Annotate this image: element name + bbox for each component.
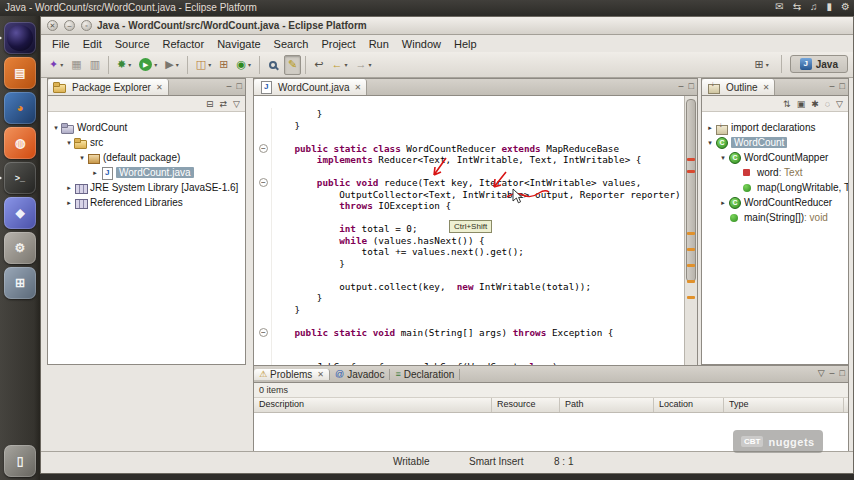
tab-outline[interactable]: Outline ✕ [702, 79, 775, 95]
code-line[interactable]: throws IOException { [254, 200, 697, 212]
new-package-icon[interactable]: ⊞ [215, 55, 232, 75]
explorer-item-jre-system-library-javase-1-6[interactable]: ▸JRE System Library [JavaSE-1.6] [48, 180, 245, 195]
launcher-workspaces-icon[interactable]: ⊞ [4, 267, 36, 299]
menu-search[interactable]: Search [268, 37, 315, 51]
code-line[interactable]: } [254, 120, 697, 132]
fold-minus-icon[interactable]: − [259, 328, 268, 337]
editor-scrollbar[interactable] [684, 96, 697, 365]
battery-icon[interactable]: ▮ [827, 1, 833, 12]
tab-declaration[interactable]: ≡Declaration [390, 369, 460, 380]
expand-arrow-icon[interactable]: ▾ [64, 139, 74, 147]
code-line[interactable]: } [254, 258, 697, 270]
code-line[interactable]: } [254, 304, 697, 316]
column-resource[interactable]: Resource [492, 398, 560, 412]
expand-arrow-icon[interactable]: ▸ [64, 184, 74, 192]
scrollbar-thumb[interactable] [686, 99, 696, 282]
maximize-view-icon[interactable]: □ [840, 368, 845, 378]
toggle-mark-occurrences-icon[interactable]: ✎ [284, 55, 301, 75]
back-icon[interactable]: ←▾ [327, 55, 351, 75]
launcher-software-center-icon[interactable]: ◆ [4, 197, 36, 229]
explorer-item-src[interactable]: ▾src [48, 135, 245, 150]
outline-item-wordcountreducer[interactable]: ▸WordCountReducer [702, 195, 848, 210]
debug-icon[interactable]: ✸▾ [113, 55, 135, 75]
launcher-ubuntu-one-icon[interactable]: ◍ [4, 127, 36, 159]
expand-arrow-icon[interactable]: ▾ [718, 154, 728, 162]
search-icon[interactable] [264, 55, 284, 75]
view-menu-icon[interactable]: ▽ [818, 368, 825, 378]
menu-file[interactable]: File [46, 37, 76, 51]
outline-item-wordcount[interactable]: ▾WordCount [702, 135, 848, 150]
java-perspective-button[interactable]: J Java [790, 55, 848, 73]
code-line[interactable]: OutputCollector<Text, IntWritable> outpu… [254, 189, 697, 201]
launcher-trash-icon[interactable]: ▯ [4, 445, 36, 477]
session-icon[interactable]: ⚙ [841, 1, 850, 12]
minimize-view-icon[interactable]: – [830, 81, 835, 91]
code-line[interactable]: total += values.next().get(); [254, 246, 697, 258]
expand-arrow-icon[interactable]: ▸ [718, 199, 728, 207]
column-description[interactable]: Description [254, 398, 492, 412]
code-line[interactable]: while (values.hasNext()) { [254, 235, 697, 247]
tab-problems[interactable]: ⚠Problems✕ [254, 369, 330, 380]
menu-edit[interactable]: Edit [77, 37, 108, 51]
close-icon[interactable]: ✕ [156, 83, 163, 92]
tab-package-explorer[interactable]: Package Explorer ✕ [48, 79, 169, 95]
close-icon[interactable]: ✕ [763, 83, 770, 92]
hide-non-public-icon[interactable]: ◌ [825, 99, 830, 109]
outline-item-main-string[interactable]: main(String[]) : void [702, 210, 848, 225]
explorer-item-wordcount[interactable]: ▾WordCount [48, 120, 245, 135]
code-line[interactable]: } [254, 108, 697, 120]
sort-icon[interactable]: ⇅ [783, 99, 791, 109]
expand-arrow-icon[interactable]: ▾ [77, 154, 87, 162]
menu-project[interactable]: Project [315, 37, 361, 51]
minimize-view-icon[interactable]: – [227, 81, 232, 91]
code-line[interactable] [254, 131, 697, 143]
tab-javadoc[interactable]: @Javadoc [330, 369, 390, 380]
hide-fields-icon[interactable]: ▣ [797, 99, 806, 109]
fold-minus-icon[interactable]: − [259, 178, 268, 187]
minimize-view-icon[interactable]: – [830, 368, 835, 378]
code-line[interactable]: − public void reduce(Text key, Iterator<… [254, 177, 697, 189]
menu-run[interactable]: Run [363, 37, 395, 51]
maximize-view-icon[interactable]: □ [840, 81, 845, 91]
open-perspective-icon[interactable]: ⊞ ▾ [751, 54, 773, 74]
explorer-item-wordcount-java[interactable]: ▸WordCount.java [48, 165, 245, 180]
code-line[interactable] [254, 350, 697, 362]
menu-window[interactable]: Window [396, 37, 447, 51]
code-line[interactable] [254, 269, 697, 281]
column-path[interactable]: Path [560, 398, 654, 412]
editor-content[interactable]: } }− public static class WordCountReduce… [254, 96, 697, 365]
expand-arrow-icon[interactable]: ▸ [705, 124, 715, 132]
maximize-view-icon[interactable]: □ [237, 81, 242, 91]
code-line[interactable]: − public static void main(String[] args)… [254, 327, 697, 339]
fold-minus-icon[interactable]: − [259, 144, 268, 153]
code-line[interactable]: output.collect(key, new IntWritable(tota… [254, 281, 697, 293]
maximize-button[interactable]: ▫ [81, 20, 92, 31]
external-tools-icon[interactable]: ▶▾ [161, 55, 182, 75]
explorer-item-referenced-libraries[interactable]: ▸Referenced Libraries [48, 195, 245, 210]
last-edit-location-icon[interactable]: ↩ [310, 55, 327, 75]
forward-icon[interactable]: →▾ [352, 55, 376, 75]
code-line[interactable]: } [254, 292, 697, 304]
tab-wordcount-java[interactable]: WordCount.java ✕ [254, 79, 367, 95]
menu-navigate[interactable]: Navigate [211, 37, 266, 51]
minimize-button[interactable]: – [64, 20, 75, 31]
hide-static-icon[interactable]: ✱ [811, 99, 819, 109]
expand-arrow-icon[interactable]: ▾ [51, 124, 61, 132]
code-line[interactable]: implements Reducer<Text, IntWritable, Te… [254, 154, 697, 166]
print-icon[interactable]: ▥ [86, 55, 104, 75]
menu-refactor[interactable]: Refactor [157, 37, 211, 51]
column-location[interactable]: Location [654, 398, 724, 412]
view-menu-icon[interactable]: ▽ [836, 99, 843, 109]
minimize-view-icon[interactable]: – [679, 81, 684, 91]
collapse-all-icon[interactable]: ⊟ [206, 99, 214, 109]
run-icon[interactable]: ▶▾ [135, 55, 161, 75]
code-line[interactable]: − public static class WordCountReducer e… [254, 143, 697, 155]
new-wizard-icon[interactable]: ✦▾ [45, 55, 67, 75]
explorer-item-default-package[interactable]: ▾(default package) [48, 150, 245, 165]
close-icon[interactable]: ✕ [355, 83, 362, 92]
code-line[interactable] [254, 315, 697, 327]
outline-item-map-longwritable-text[interactable]: map(LongWritable, Text [702, 180, 848, 195]
outline-item-wordcountmapper[interactable]: ▾WordCountMapper [702, 150, 848, 165]
mail-icon[interactable]: ✉ [775, 1, 783, 12]
sound-icon[interactable]: ♫ [810, 1, 818, 12]
